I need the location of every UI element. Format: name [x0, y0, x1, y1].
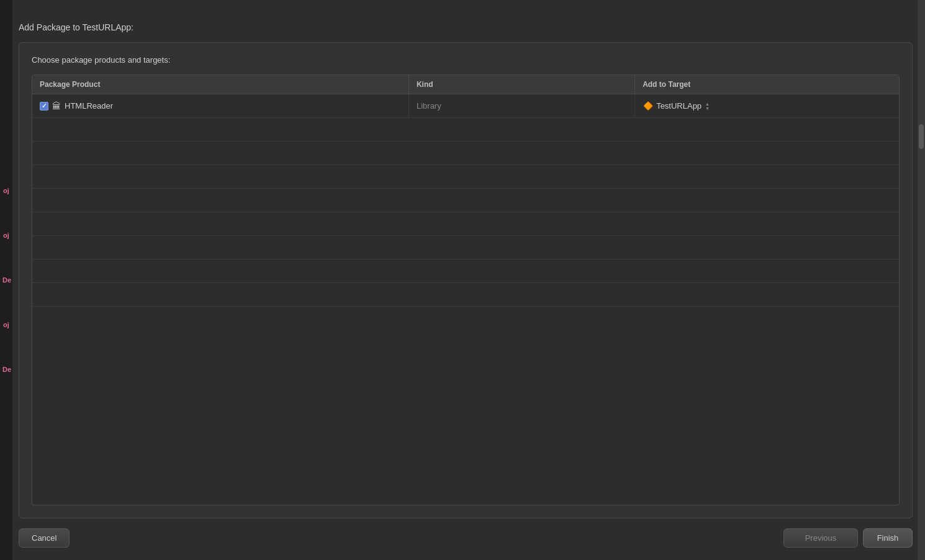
empty-row — [32, 283, 899, 307]
empty-row — [32, 118, 899, 142]
target-stepper[interactable]: ▲ ▼ — [705, 102, 710, 111]
stepper-down-icon[interactable]: ▼ — [705, 106, 710, 111]
right-scrollbar[interactable] — [918, 0, 925, 560]
content-instruction: Choose package products and targets: — [32, 55, 900, 65]
package-table: Package Product Kind Add to Target ✓ 🏛 H… — [32, 75, 900, 505]
xcode-icon: 🔶 — [643, 101, 654, 112]
target-cell: 🔶 TestURLApp ▲ ▼ — [635, 94, 899, 117]
sidebar-marker-4: oj — [2, 321, 10, 328]
empty-row — [32, 165, 899, 189]
footer-right-buttons: Previous Finish — [783, 528, 913, 548]
previous-button[interactable]: Previous — [783, 528, 858, 548]
sidebar-marker-2: oj — [2, 232, 10, 239]
product-name: HTMLReader — [65, 101, 113, 111]
kind-cell: Library — [409, 94, 635, 117]
dialog-title: Add Package to TestURLApp: — [19, 12, 913, 42]
scrollbar-thumb[interactable] — [919, 124, 924, 149]
empty-row — [32, 212, 899, 236]
target-dropdown[interactable]: 🔶 TestURLApp ▲ ▼ — [643, 101, 710, 112]
col-header-package-product: Package Product — [32, 75, 409, 94]
stepper-up-icon[interactable]: ▲ — [705, 102, 710, 106]
finish-button[interactable]: Finish — [863, 528, 913, 548]
empty-row — [32, 189, 899, 212]
row-checkbox[interactable]: ✓ — [40, 102, 48, 111]
dialog-overlay: oj oj De oj De Add Package to TestURLApp… — [0, 0, 925, 560]
left-sidebar: oj oj De oj De — [0, 0, 12, 560]
cancel-button[interactable]: Cancel — [19, 528, 70, 548]
empty-row — [32, 260, 899, 283]
col-header-add-to-target: Add to Target — [635, 75, 899, 94]
checkbox-check-icon: ✓ — [42, 103, 47, 109]
table-body: ✓ 🏛 HTMLReader Library 🔶 TestURLAp — [32, 94, 899, 505]
dialog-content: Choose package products and targets: Pac… — [19, 42, 913, 518]
dialog-footer: Cancel Previous Finish — [19, 518, 913, 548]
product-cell: ✓ 🏛 HTMLReader — [32, 94, 409, 117]
col-header-kind: Kind — [409, 75, 635, 94]
sidebar-marker-5: De — [2, 366, 10, 373]
add-package-dialog: Add Package to TestURLApp: Choose packag… — [19, 12, 913, 548]
target-name: TestURLApp — [656, 101, 702, 111]
table-header: Package Product Kind Add to Target — [32, 75, 899, 94]
empty-row — [32, 142, 899, 165]
sidebar-marker-1: oj — [2, 187, 10, 194]
sidebar-marker-3: De — [2, 276, 10, 284]
package-icon: 🏛 — [52, 101, 61, 111]
empty-row — [32, 236, 899, 260]
table-row: ✓ 🏛 HTMLReader Library 🔶 TestURLAp — [32, 94, 899, 118]
